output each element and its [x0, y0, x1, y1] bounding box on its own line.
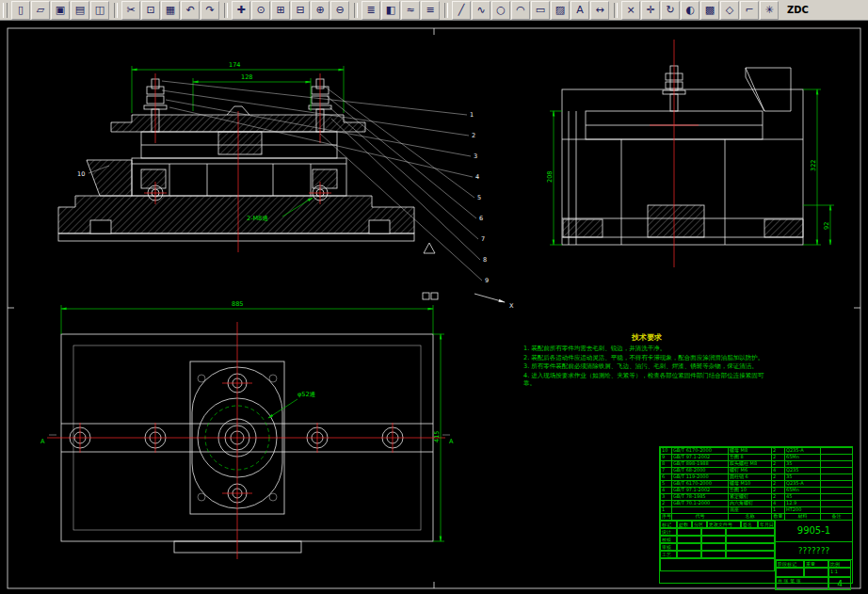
tb-blank [677, 551, 701, 558]
bom-row: 10GB/T 6170-2000螺母 M82Q235-A [661, 448, 853, 455]
arc-icon[interactable]: ◠ [511, 1, 530, 20]
bom-row: 7GB/T 68-2000螺钉 M64Q235 [661, 468, 853, 474]
tb-blank [726, 536, 775, 543]
plan-dimensions: 885 415 φ52通 A A [40, 300, 454, 541]
tb-sheet-note: 共 张 第 张 [776, 577, 828, 590]
layer-color-icon[interactable]: ◧ [381, 1, 400, 20]
zoom-window-icon[interactable]: ⊞ [271, 1, 290, 20]
toolbar-separator [614, 3, 618, 18]
toolbar-separator [354, 3, 358, 18]
balloon-1: 1 [470, 111, 474, 119]
erase-icon[interactable]: × [621, 1, 640, 20]
plan-bore-note: φ52通 [297, 391, 316, 398]
undo-icon[interactable]: ↶ [181, 1, 200, 20]
tb-blank [701, 551, 726, 558]
side-view[interactable] [562, 66, 803, 245]
tb-blank [677, 536, 701, 543]
tb-blank [804, 568, 828, 577]
redraw-icon[interactable]: ✳ [760, 1, 779, 20]
polyline-icon[interactable]: ∿ [472, 1, 490, 20]
dimension-icon[interactable]: ↔ [590, 1, 609, 20]
side-dim-92: 92 [823, 222, 830, 230]
bom-row: 3GB/T 78-1985紧定螺钉245 [661, 494, 853, 501]
section-label-a-right: A [449, 438, 454, 445]
rectangle-icon[interactable]: ▭ [531, 1, 550, 20]
drawing-area[interactable]: 174 128 2-M8通 10 1 2 3 4 5 6 7 8 9 [0, 21, 868, 594]
ucs-icon[interactable]: ⌐ [740, 1, 759, 20]
osnap-icon[interactable]: ◇ [720, 1, 739, 20]
tb-role: 审核 [660, 543, 677, 551]
line-icon[interactable]: ╱ [452, 1, 471, 20]
tb-blank [701, 543, 726, 551]
cut-icon[interactable]: ✂ [121, 1, 140, 20]
bom-body: 10GB/T 6170-2000螺母 M82Q235-A9GB/T 97.1-2… [661, 448, 853, 514]
bom-header-row: 序号代号名称数量材料备注 [661, 514, 853, 521]
text-icon[interactable]: A [571, 1, 589, 20]
balloon-2: 2 [472, 132, 475, 139]
tb-sheet-no: 4 [828, 577, 851, 590]
tb-blank [776, 568, 804, 577]
bom-row: 4GB/T 97.1-2002垫圈 10265Mn [661, 488, 853, 494]
axis-x-label: X [509, 302, 514, 310]
paste-icon[interactable]: ▦ [161, 1, 180, 20]
zoom-out-icon[interactable]: ⊖ [330, 1, 349, 20]
mirror-icon[interactable]: ◐ [681, 1, 699, 20]
plan-dim-415: 415 [433, 431, 441, 442]
front-thread-note: 2-M8通 [247, 215, 268, 222]
plan-view[interactable] [61, 334, 433, 553]
balloon-8: 8 [483, 256, 487, 264]
redo-icon[interactable]: ↷ [201, 1, 219, 20]
save-icon[interactable]: ▣ [51, 1, 70, 20]
array-icon[interactable]: ▩ [700, 1, 719, 20]
print-icon[interactable]: ▤ [71, 1, 89, 20]
rotate-icon[interactable]: ↻ [661, 1, 680, 20]
tb-stage-label: 阶段标记 [776, 560, 804, 568]
pan-icon[interactable]: ✚ [232, 1, 250, 20]
bom-row: 9GB/T 97.1-2002垫圈 8265Mn [661, 455, 853, 461]
copy-icon[interactable]: ⊡ [141, 1, 160, 20]
technical-notes: 技术要求 1. 装配前所有零件均需去毛刺、锐边，并清洗干净。 2. 装配后各运动… [523, 332, 770, 389]
tb-blank [726, 543, 775, 551]
circle-icon[interactable]: ○ [491, 1, 510, 20]
balloon-4: 4 [475, 173, 479, 181]
tb-blank [726, 528, 775, 536]
zoom-realtime-icon[interactable]: ⊙ [251, 1, 270, 20]
drawing-number: 9905-1 [776, 521, 852, 542]
side-dim-208: 208 [546, 171, 554, 183]
bom-row: 1底座1HT200 [661, 507, 853, 514]
tb-blank [677, 528, 701, 536]
preview-icon[interactable]: ◫ [90, 1, 109, 20]
toolbar-separator [224, 3, 228, 18]
toolbar-icons: ▯▱▣▤◫✂⊡▦↶↷✚⊙⊞⊟⊕⊖≣◧≈≡╱∿○◠▭▨A↔×✛↻◐▩◇⌐✳ [11, 1, 780, 20]
notes-title: 技术要求 [523, 332, 770, 343]
properties-icon[interactable]: ≡ [421, 1, 440, 20]
tb-blank [677, 543, 701, 551]
toolbar-zdc-label: ZDC [787, 5, 809, 15]
tb-weight-label: 重量 [804, 560, 828, 568]
tb-cell: 标记 [660, 521, 677, 528]
hatch-icon[interactable]: ▨ [551, 1, 570, 20]
balloon-6: 6 [479, 215, 483, 222]
zoom-previous-icon[interactable]: ⊟ [291, 1, 310, 20]
bom-row: 5GB/T 6170-2000螺母 M102Q235-A [661, 481, 853, 488]
tb-cell: 分区 [692, 521, 707, 528]
tb-blank [701, 536, 726, 543]
move-icon[interactable]: ✛ [641, 1, 660, 20]
layers-icon[interactable]: ≣ [362, 1, 380, 20]
open-icon[interactable]: ▱ [31, 1, 50, 20]
tb-role: 设计 [660, 528, 677, 536]
linetype-icon[interactable]: ≈ [401, 1, 420, 20]
tb-scale-value: 1:1 [828, 568, 851, 577]
toolbar-grip[interactable] [3, 3, 8, 18]
tb-cell: 签名 [741, 521, 758, 528]
toolbar-separator [444, 3, 448, 18]
balloon-9: 9 [485, 277, 489, 284]
tb-blank [701, 528, 726, 536]
bom-row: 2GB/T 70.1-2000内六角螺钉412.9 [661, 501, 853, 507]
tb-blank [660, 558, 775, 571]
side-dim-322: 322 [810, 160, 817, 171]
front-view[interactable] [58, 79, 414, 241]
new-icon[interactable]: ▯ [11, 1, 30, 20]
zoom-in-icon[interactable]: ⊕ [311, 1, 330, 20]
title-block: 标记 处数 分区 更改文件号 签名 年月日 设计 校核 [660, 521, 852, 590]
